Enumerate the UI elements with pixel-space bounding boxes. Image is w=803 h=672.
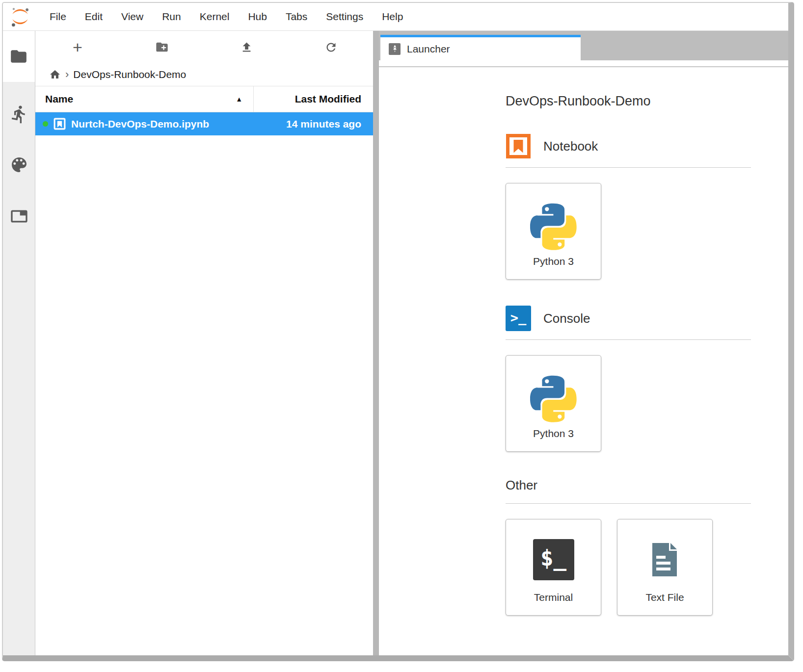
card-label: Terminal: [534, 592, 573, 603]
menu-file[interactable]: File: [40, 11, 76, 23]
menu-settings[interactable]: Settings: [317, 11, 373, 23]
tab-launcher-label: Launcher: [407, 43, 450, 55]
console-icon: >_: [506, 306, 531, 331]
launcher-section-other: Other $_ Terminal: [506, 478, 788, 616]
notebook-file-icon: [53, 117, 66, 130]
sidebar-tab-commands[interactable]: [3, 150, 35, 180]
upload-icon: [240, 41, 253, 54]
text-file-icon: [644, 539, 686, 580]
menu-view[interactable]: View: [112, 11, 153, 23]
tabs-icon: [9, 207, 29, 226]
sidebar-tab-file-browser[interactable]: [3, 31, 35, 82]
file-name: Nurtch-DevOps-Demo.ipynb: [71, 118, 286, 130]
terminal-icon: $_: [533, 539, 574, 580]
menu-edit[interactable]: Edit: [76, 11, 112, 23]
menu-bar: File Edit View Run Kernel Hub Tabs Setti…: [3, 3, 788, 31]
tab-launcher[interactable]: Launcher: [380, 35, 581, 60]
jupyterlab-window: File Edit View Run Kernel Hub Tabs Setti…: [2, 2, 794, 661]
tab-bar: Launcher: [379, 31, 788, 60]
left-sidebar: [3, 31, 35, 656]
launcher-card-terminal[interactable]: $_ Terminal: [506, 519, 601, 616]
home-icon[interactable]: [49, 69, 61, 80]
column-header-last-modified[interactable]: Last Modified: [254, 93, 373, 105]
launcher-card-notebook-python3[interactable]: Python 3: [506, 183, 601, 280]
plus-icon: +: [73, 39, 82, 55]
python-icon: [530, 203, 577, 251]
section-divider: [506, 503, 751, 504]
section-divider: [506, 167, 751, 168]
card-label: Python 3: [533, 428, 574, 439]
section-label-console: Console: [543, 311, 590, 326]
column-header-name[interactable]: Name ▲: [35, 86, 254, 112]
sidebar-tab-open-tabs[interactable]: [3, 202, 35, 231]
panel-splitter-handle[interactable]: [373, 31, 379, 656]
file-last-modified: 14 minutes ago: [286, 118, 373, 130]
launcher-section-console: >_ Console Python 3: [506, 306, 788, 452]
new-folder-button[interactable]: [120, 31, 204, 63]
folder-icon: [9, 47, 28, 66]
kernel-running-dot: [43, 121, 48, 127]
main-work-area: Launcher DevOps-Runbook-Demo Notebook: [379, 31, 788, 656]
file-browser-toolbar: +: [35, 31, 373, 63]
file-browser-panel: +: [35, 31, 373, 656]
name-header-label: Name: [45, 93, 73, 105]
launcher-panel: DevOps-Runbook-Demo Notebook: [379, 67, 788, 656]
new-launcher-button[interactable]: +: [35, 31, 120, 63]
tab-bar-gap: [379, 60, 788, 66]
section-label-other: Other: [506, 478, 537, 493]
launcher-card-text-file[interactable]: Text File: [617, 519, 713, 616]
section-divider: [506, 339, 751, 340]
sidebar-tab-running[interactable]: [3, 100, 35, 129]
upload-button[interactable]: [204, 31, 289, 63]
notebook-icon: [506, 133, 531, 159]
breadcrumb: › DevOps-Runbook-Demo: [35, 63, 373, 86]
running-man-icon: [9, 104, 29, 124]
refresh-icon: [324, 41, 338, 54]
python-icon: [530, 375, 577, 423]
card-label: Python 3: [533, 256, 574, 267]
file-row-selected[interactable]: Nurtch-DevOps-Demo.ipynb 14 minutes ago: [35, 112, 373, 135]
new-folder-icon: [155, 40, 169, 54]
palette-icon: [9, 155, 29, 175]
launcher-title: DevOps-Runbook-Demo: [506, 94, 788, 109]
launcher-card-console-python3[interactable]: Python 3: [506, 355, 601, 452]
sort-ascending-icon: ▲: [236, 95, 242, 103]
breadcrumb-separator: ›: [65, 68, 69, 81]
jupyter-logo-icon: [9, 5, 31, 28]
menu-hub[interactable]: Hub: [239, 11, 276, 23]
section-label-notebook: Notebook: [543, 139, 598, 154]
launcher-rocket-icon: [389, 43, 401, 55]
menu-tabs[interactable]: Tabs: [276, 11, 317, 23]
refresh-button[interactable]: [289, 31, 373, 63]
menu-kernel[interactable]: Kernel: [190, 11, 239, 23]
card-label: Text File: [645, 592, 684, 603]
launcher-section-notebook: Notebook Python 3: [506, 133, 788, 280]
file-list-header: Name ▲ Last Modified: [35, 86, 373, 112]
menu-help[interactable]: Help: [373, 11, 412, 23]
menu-run[interactable]: Run: [153, 11, 190, 23]
breadcrumb-current-folder[interactable]: DevOps-Runbook-Demo: [73, 69, 186, 80]
